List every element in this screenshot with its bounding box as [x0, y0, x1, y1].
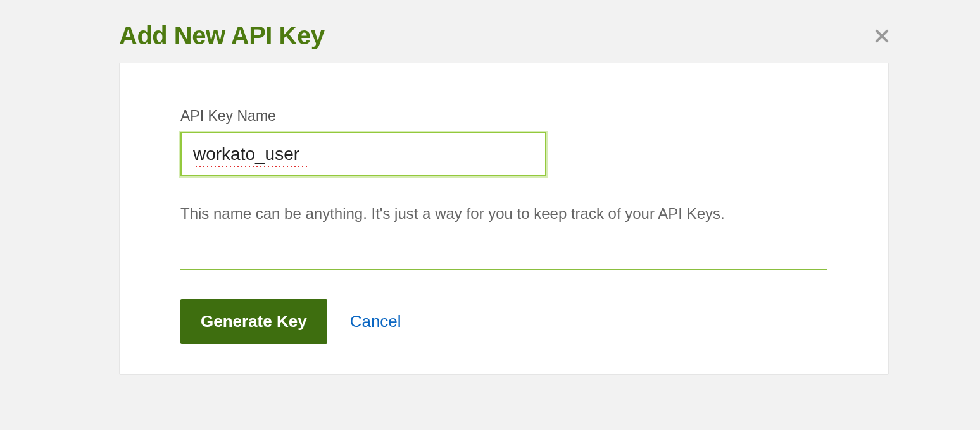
help-text: This name can be anything. It's just a w… [180, 203, 827, 224]
add-api-key-dialog: Add New API Key API Key Name This name c… [119, 22, 889, 375]
cancel-button[interactable]: Cancel [350, 312, 401, 331]
close-icon[interactable] [872, 27, 891, 46]
generate-key-button[interactable]: Generate Key [180, 299, 327, 344]
api-key-name-label: API Key Name [180, 108, 827, 125]
dialog-header: Add New API Key [119, 22, 889, 63]
divider [180, 269, 827, 270]
dialog-actions: Generate Key Cancel [180, 299, 827, 344]
input-wrapper [180, 132, 546, 176]
api-key-name-input[interactable] [180, 132, 546, 176]
dialog-body: API Key Name This name can be anything. … [119, 63, 889, 375]
dialog-title: Add New API Key [119, 22, 324, 50]
